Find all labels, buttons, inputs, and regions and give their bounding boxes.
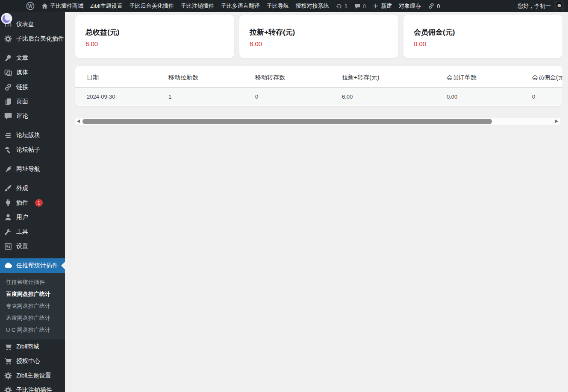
sidebar-item-label: Zibll主题设置	[16, 372, 51, 380]
stats-table: 日期 移动拉新数 移动转存数 拉新+转存(元) 会员订单数 会员佣金(元) 20…	[75, 66, 562, 105]
svg-text:W: W	[28, 3, 32, 9]
sidebar-item-plugins[interactable]: 插件 1	[0, 196, 65, 210]
cart-icon	[4, 342, 12, 351]
stat-card-value: 0.00	[414, 40, 552, 47]
object-cache-menu[interactable]: 对象缓存	[395, 0, 424, 12]
ab-menu-zibll-theme[interactable]: Zibll主题设置	[87, 0, 126, 12]
col-header-member-commission: 会员佣金(元)	[521, 66, 562, 88]
links-indicator[interactable]: 0	[424, 0, 443, 12]
cell-new-plus-save: 6.00	[330, 88, 435, 106]
menu-separator	[0, 123, 65, 128]
submenu-item-baidu-stats[interactable]: 百度网盘推广统计	[0, 288, 65, 300]
stat-card-title: 总收益(元)	[85, 27, 224, 37]
site-name: 子比插件商城	[50, 2, 83, 10]
sidebar-item-label: 插件	[16, 199, 28, 207]
active-menu-arrow	[61, 262, 65, 269]
sidebar-item-label: 论坛版块	[16, 132, 40, 139]
comments-count: 0	[363, 3, 366, 9]
link-chain-icon	[428, 3, 435, 9]
chain-icon	[4, 83, 12, 91]
sidebar-item-settings[interactable]: 设置	[0, 239, 65, 254]
comment-icon	[4, 112, 12, 120]
sidebar-item-url-nav[interactable]: 网址导航	[0, 162, 65, 176]
main-content: 总收益(元) 6.00 拉新+转存(元) 6.00 会员佣金(元) 0.00 日…	[65, 12, 568, 392]
settings-icon	[4, 242, 12, 251]
admin-sidebar: 仪表盘 子比后台美化插件 文章	[0, 12, 65, 392]
updates-indicator[interactable]: 1	[333, 0, 351, 12]
table-header-row: 日期 移动拉新数 移动转存数 拉新+转存(元) 会员订单数 会员佣金(元)	[75, 66, 562, 88]
sidebar-item-label: 用户	[16, 214, 28, 221]
scrollbar-thumb[interactable]	[82, 119, 492, 124]
wordpress-logo-icon: W	[26, 2, 35, 10]
sidebar-item-rentuibang-stats[interactable]: 任推帮统计插件	[0, 258, 65, 273]
plugins-update-badge: 1	[35, 199, 43, 207]
site-home-menu[interactable]: 子比插件商城	[38, 0, 87, 12]
sidebar-item-forum-sections[interactable]: 论坛版块	[0, 128, 65, 143]
ab-menu-logout-plugin[interactable]: 子比注销插件	[177, 0, 218, 12]
submenu-item-quark-stats[interactable]: 夸克网盘推广统计	[0, 300, 65, 312]
account-greeting[interactable]: 您好，李初一	[518, 2, 551, 10]
rentuibang-submenu: 任推帮统计插件 百度网盘推广统计 夸克网盘推广统计 迅雷网盘推广统计 U C 网…	[0, 273, 65, 339]
sidebar-item-label: 外观	[16, 184, 28, 192]
menu-separator	[0, 254, 65, 258]
admin-bar: W 子比插件商城 Zibll主题设置 子比后台美化插件 子比注销插件 子比多语言…	[0, 0, 568, 12]
sidebar-item-beautify-plugin[interactable]: 子比后台美化插件	[0, 32, 65, 46]
sidebar-item-forum-posts[interactable]: 论坛帖子	[0, 143, 65, 157]
sidebar-item-label: 文章	[16, 54, 28, 62]
submenu-item-xunlei-stats[interactable]: 迅雷网盘推广统计	[0, 312, 65, 324]
ab-menu-beautify-plugin[interactable]: 子比后台美化插件	[126, 0, 177, 12]
ab-menu-multilang[interactable]: 子比多语言翻译	[218, 0, 263, 12]
sidebar-item-links[interactable]: 链接	[0, 80, 65, 94]
night-mode-floating-ball[interactable]	[1, 13, 12, 24]
col-header-member-orders: 会员订单数	[435, 66, 521, 88]
submenu-item-uc-stats[interactable]: U C 网盘推广统计	[0, 324, 65, 336]
ab-menu-nav[interactable]: 子比导航	[263, 0, 292, 12]
stat-card-title: 会员佣金(元)	[414, 27, 552, 37]
menu-separator	[0, 46, 65, 51]
wordpress-logo-icon[interactable]: W	[23, 0, 38, 12]
sidebar-item-tools[interactable]: 工具	[0, 225, 65, 239]
sidebar-item-logout-plugin[interactable]: 子比注销插件	[0, 383, 65, 392]
table-row: 2024-09-30 1 0 6.00 0.00 0	[75, 88, 562, 106]
stat-card-title: 拉新+转存(元)	[250, 27, 388, 37]
comments-indicator[interactable]: 0	[351, 0, 369, 12]
gear-icon	[4, 386, 12, 392]
sidebar-item-label: 任推帮统计插件	[16, 262, 58, 269]
stat-card-member-commission: 会员佣金(元) 0.00	[403, 15, 562, 58]
sidebar-item-appearance[interactable]: 外观	[0, 181, 65, 196]
scroll-left-arrow[interactable]	[77, 120, 80, 123]
admin-bar-left: W 子比插件商城 Zibll主题设置 子比后台美化插件 子比注销插件 子比多语言…	[0, 0, 444, 12]
avatar-image	[554, 1, 564, 11]
comment-bubble-icon	[354, 3, 361, 9]
sidebar-item-label: 论坛帖子	[16, 146, 40, 154]
sidebar-item-label: 媒体	[16, 69, 28, 76]
ab-menu-auth-system[interactable]: 授权对接系统	[292, 0, 333, 12]
horizontal-scrollbar[interactable]	[75, 118, 560, 125]
pages-icon	[4, 97, 12, 106]
sidebar-item-label: 链接	[16, 83, 28, 91]
sidebar-item-pages[interactable]: 页面	[0, 94, 65, 109]
plus-icon	[373, 3, 379, 9]
scroll-right-arrow[interactable]	[555, 120, 558, 123]
sidebar-item-users[interactable]: 用户	[0, 210, 65, 225]
stat-card-total-revenue: 总收益(元) 6.00	[75, 15, 234, 58]
crescent-moon-icon	[1, 13, 12, 24]
update-refresh-icon	[336, 3, 342, 9]
menu-separator	[0, 176, 65, 181]
col-header-new-plus-save: 拉新+转存(元)	[330, 66, 435, 88]
sidebar-item-label: 网址导航	[16, 165, 40, 173]
sidebar-item-media[interactable]: 媒体	[0, 65, 65, 80]
new-label: 新建	[381, 2, 392, 10]
sidebar-item-comments[interactable]: 评论	[0, 109, 65, 123]
menu-separator	[0, 157, 65, 162]
wrench-icon	[4, 228, 12, 236]
sidebar-item-posts[interactable]: 文章	[0, 51, 65, 65]
sidebar-item-auth-center[interactable]: 授权中心	[0, 354, 65, 369]
avatar[interactable]	[554, 1, 564, 11]
sidebar-item-zibll-theme-settings[interactable]: Zibll主题设置	[0, 369, 65, 383]
carrot-icon	[4, 165, 12, 173]
cell-mobile-new: 1	[157, 88, 244, 106]
new-content-menu[interactable]: 新建	[369, 0, 395, 12]
sidebar-item-zibll-shop[interactable]: Zibll商城	[0, 339, 65, 354]
submenu-item-rentuibang[interactable]: 任推帮统计插件	[0, 276, 65, 288]
